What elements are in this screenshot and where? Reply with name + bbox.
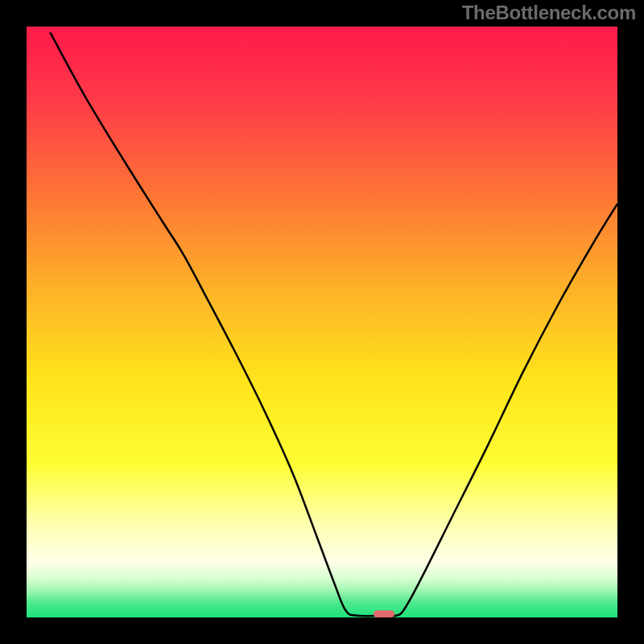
chart-container: TheBottleneck.com bbox=[0, 0, 644, 644]
watermark-text: TheBottleneck.com bbox=[462, 2, 636, 24]
optimal-marker bbox=[374, 610, 394, 617]
bottleneck-chart bbox=[0, 0, 644, 644]
plot-background bbox=[27, 27, 617, 617]
